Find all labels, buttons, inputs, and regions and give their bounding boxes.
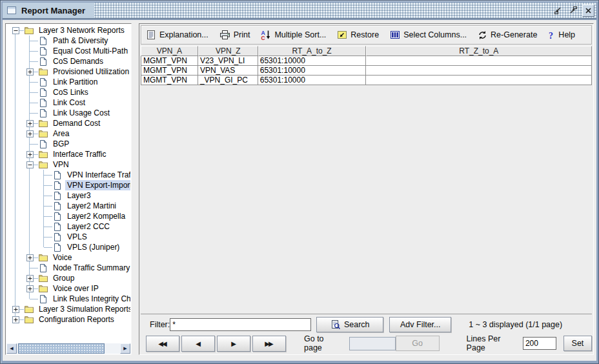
expand-toggle-icon[interactable] xyxy=(26,130,34,137)
tree-item[interactable]: VPN Export-Import xyxy=(6,180,130,190)
expand-toggle-icon[interactable] xyxy=(26,275,34,282)
expand-toggle-icon[interactable] xyxy=(26,254,34,261)
expand-toggle-icon[interactable] xyxy=(12,316,19,323)
toolbar-button-label: Explanation... xyxy=(159,30,208,39)
expand-toggle-icon[interactable] xyxy=(26,285,34,292)
tree-item-label: Interface Traffic xyxy=(51,149,108,159)
tree-item-label: VPN xyxy=(51,159,71,170)
svg-text:?: ? xyxy=(549,31,553,41)
tree-item[interactable]: Voice over IP xyxy=(6,283,130,294)
goto-page-input[interactable] xyxy=(349,337,396,350)
tree-item[interactable]: VPLS xyxy=(6,232,130,242)
tree-item[interactable]: Voice xyxy=(6,252,130,263)
table-row[interactable]: MGMT_VPNVPN_VAS65301:10000 xyxy=(141,66,592,76)
tree-item[interactable]: CoS Demands xyxy=(6,56,130,66)
collapse-toggle-icon[interactable] xyxy=(12,27,19,34)
regenerate-icon xyxy=(478,30,487,40)
folder-icon xyxy=(38,67,48,77)
tree-item[interactable]: Link Partition xyxy=(6,77,130,87)
tree-item[interactable]: Equal Cost Multi-Path xyxy=(6,46,130,56)
tree-item[interactable]: Layer3 xyxy=(6,190,130,201)
first-page-icon: ◀◀ xyxy=(158,340,167,347)
tree-item[interactable]: Layer 3 Simulation Reports xyxy=(6,304,130,314)
document-icon xyxy=(52,212,63,221)
regenerate-button[interactable]: Re-Generate xyxy=(478,30,537,40)
folder-icon xyxy=(38,119,48,128)
go-button[interactable]: Go xyxy=(396,336,440,351)
adv-filter-button[interactable]: Adv Filter... xyxy=(389,317,451,332)
window-titlebar[interactable]: Report Manager xyxy=(3,3,596,19)
explanation-button[interactable]: Explanation... xyxy=(146,30,208,40)
next-page-button[interactable]: ▶ xyxy=(217,336,250,352)
table-row[interactable]: MGMT_VPN_VPN_GI_PC65301:10000 xyxy=(141,76,592,85)
column-header-rt_a_to_z[interactable]: RT_A_to_Z xyxy=(258,46,366,56)
multiple-sort-button[interactable]: ACMultiple Sort... xyxy=(261,30,326,40)
report-tree: Layer 3 Network ReportsPath & DiversityE… xyxy=(6,24,130,343)
column-header-rt_z_to_a[interactable]: RT_Z_to_A xyxy=(366,46,592,56)
collapse-toggle-icon[interactable] xyxy=(26,161,34,168)
document-icon xyxy=(52,232,63,242)
iconify-button[interactable] xyxy=(551,5,563,17)
tree-item[interactable]: Layer2 Kompella xyxy=(6,211,130,221)
restore-button[interactable]: Restore xyxy=(337,30,379,39)
scroll-left-button[interactable]: ◀ xyxy=(6,343,17,354)
filter-input[interactable] xyxy=(170,318,311,331)
lines-per-page-label: Lines Per Page xyxy=(467,334,517,352)
tree-item[interactable]: Layer 3 Network Reports xyxy=(6,25,130,35)
last-page-button[interactable]: ▶▶ xyxy=(252,336,286,352)
scroll-right-button[interactable]: ▶ xyxy=(120,343,130,354)
scrollbar-track[interactable] xyxy=(17,343,120,354)
tree-item[interactable]: VPN xyxy=(6,159,130,170)
close-button[interactable] xyxy=(582,5,594,17)
tree-item[interactable]: BGP xyxy=(6,139,130,149)
document-icon xyxy=(52,222,63,232)
tree-item-label: VPN Interface Traffic xyxy=(65,170,130,180)
expand-toggle-icon[interactable] xyxy=(26,68,34,76)
first-page-button[interactable]: ◀◀ xyxy=(146,336,179,352)
table-row[interactable]: MGMT_VPNV23_VPN_LI65301:10000 xyxy=(141,56,592,66)
prev-page-button[interactable]: ◀ xyxy=(181,336,215,352)
tree-item[interactable]: VPN Interface Traffic xyxy=(6,170,130,180)
tree-item[interactable]: Link Cost xyxy=(6,97,130,108)
next-page-icon: ▶ xyxy=(231,340,236,347)
column-header-vpn_z[interactable]: VPN_Z xyxy=(198,46,258,56)
tree-item-label: CoS Links xyxy=(51,87,90,97)
set-button[interactable]: Set xyxy=(563,336,592,351)
search-button[interactable]: Search xyxy=(316,317,383,332)
scrollbar-thumb[interactable] xyxy=(18,343,105,354)
tree-horizontal-scrollbar[interactable]: ◀ ▶ xyxy=(6,343,130,354)
tree-item[interactable]: Link Rules Integrity Check xyxy=(6,294,130,304)
tree-item[interactable]: Layer2 Martini xyxy=(6,201,130,211)
folder-icon xyxy=(38,150,48,159)
tree-item[interactable]: Interface Traffic xyxy=(6,149,130,159)
tree-item[interactable]: Layer2 CCC xyxy=(6,221,130,232)
search-button-label: Search xyxy=(344,320,370,329)
expand-toggle-icon[interactable] xyxy=(26,151,34,158)
report-toolbar: Explanation...PrintACMultiple Sort...Res… xyxy=(141,25,592,45)
tree-connector-line xyxy=(34,288,38,289)
tree-item[interactable]: Demand Cost xyxy=(6,118,130,128)
document-icon xyxy=(52,201,63,211)
tree-item[interactable]: CoS Links xyxy=(6,87,130,97)
folder-icon xyxy=(24,315,34,325)
expand-toggle-icon[interactable] xyxy=(26,120,34,127)
select-columns-button[interactable]: Select Columns... xyxy=(390,30,467,39)
tree-item[interactable]: Group xyxy=(6,273,130,283)
table-cell: MGMT_VPN xyxy=(141,76,198,85)
expand-toggle-icon[interactable] xyxy=(12,306,19,313)
tree-item[interactable]: VPLS (Juniper) xyxy=(6,242,130,252)
column-header-vpn_a[interactable]: VPN_A xyxy=(141,46,198,56)
print-button[interactable]: Print xyxy=(219,30,250,40)
maximize-button[interactable] xyxy=(567,5,579,17)
tree-item[interactable]: Node Traffic Summary xyxy=(6,263,130,273)
tree-item[interactable]: Area xyxy=(6,128,130,139)
lines-per-page-input[interactable] xyxy=(523,337,556,350)
tree-item[interactable]: Provisioned Utilization xyxy=(6,66,130,77)
help-button[interactable]: ?Help xyxy=(548,30,575,40)
tree-item[interactable]: Configuration Reports xyxy=(6,314,130,325)
document-icon xyxy=(38,77,48,87)
tree-item-label: VPLS (Juniper) xyxy=(65,242,121,252)
tree-item[interactable]: Link Usage Cost xyxy=(6,108,130,118)
tree-item[interactable]: Path & Diversity xyxy=(6,35,130,46)
document-icon xyxy=(52,191,63,201)
